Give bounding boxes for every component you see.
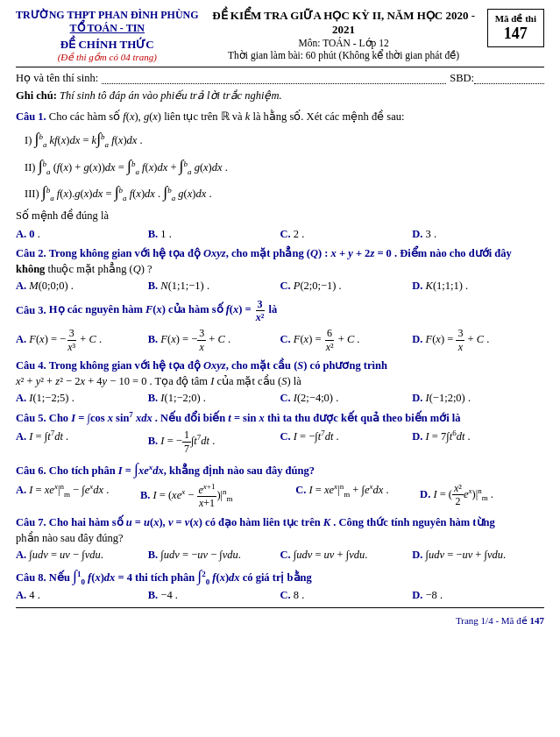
q2-ans-C: C. P(2;0;−1) . bbox=[280, 280, 413, 293]
header-left: TRƯỜNG THPT PHAN ĐÌNH PHÙNG TỔ TOÁN - TI… bbox=[16, 9, 199, 63]
q7-ans-B: B. ∫udv = −uv − ∫vdu. bbox=[148, 549, 280, 562]
exam-title: ĐỀ KIỂM TRA GIỮA HỌC KỲ II, NĂM HỌC 2020… bbox=[208, 9, 480, 37]
ho-ten-dots bbox=[102, 72, 446, 84]
page-footer: Trang 1/4 - Mã đề 147 bbox=[16, 615, 544, 627]
ma-de-num: 147 bbox=[495, 25, 536, 43]
q1-answers: A. 0 . B. 1 . C. 2 . D. 3 . bbox=[16, 228, 544, 241]
q6-ans-A: A. I = xex|nm − ∫exdx . bbox=[16, 482, 140, 510]
q1-item-II: II) ∫ba (f(x) + g(x))dx = ∫ba f(x)dx + ∫… bbox=[25, 152, 544, 180]
q2-answers: A. M(0;0;0) . B. N(1;1;−1) . C. P(2;0;−1… bbox=[16, 280, 544, 293]
question-4: Câu 4. Trong không gian với hệ tọa độ Ox… bbox=[16, 358, 544, 405]
q5-answers: A. I = ∫t7dt . B. I = −17∫t7dt . C. I = … bbox=[16, 429, 544, 455]
q1-ans-A: A. 0 . bbox=[16, 228, 148, 241]
de-chinh-thuc: ĐỀ CHÍNH THỨC bbox=[16, 38, 199, 52]
q5-title: Câu 5. Cho I = ∫cos x sin7 xdx . Nếu đổi… bbox=[16, 410, 544, 425]
q3-ans-C: C. F(x) = 6x² + C . bbox=[280, 327, 413, 353]
q4-ans-D: D. I(−1;2;0) . bbox=[412, 392, 544, 405]
q4-answers: A. I(1;−2;5) . B. I(1;−2;0) . C. I(2;−4;… bbox=[16, 392, 544, 405]
q6-ans-B: B. I = (xex − ex+1x+1)|nm bbox=[140, 482, 295, 510]
ghi-chu-text: Thí sinh tô đáp án vào phiếu trả lời trắ… bbox=[57, 89, 282, 102]
q1-so-menh-de: Số mệnh đề đúng là bbox=[16, 208, 544, 224]
q4-ans-A: A. I(1;−2;5) . bbox=[16, 392, 148, 405]
school-name: TRƯỜNG THPT PHAN ĐÌNH PHÙNG bbox=[16, 9, 199, 22]
ma-de-box: Mã đề thi 147 bbox=[487, 9, 544, 47]
q1-title: Câu 1. Cho các hàm số f(x), g(x) liên tụ… bbox=[16, 110, 544, 124]
q6-title: Câu 6. Cho tích phân I = ∫xexdx, khẳng đ… bbox=[16, 460, 544, 478]
to-name: TỔ TOÁN - TIN bbox=[16, 22, 199, 35]
q8-ans-D: D. −8 . bbox=[412, 589, 544, 602]
ho-ten-line: Họ và tên thí sinh: SBD: bbox=[16, 71, 544, 85]
q3-ans-D: D. F(x) = 3x + C . bbox=[412, 327, 544, 353]
ma-de-label: Mã đề thi bbox=[495, 13, 536, 25]
q5-ans-C: C. I = −∫t7dt . bbox=[280, 429, 413, 455]
question-2: Câu 2. Trong không gian với hệ tọa độ Ox… bbox=[16, 246, 544, 293]
q7-ans-A: A. ∫udv = uv − ∫vdu. bbox=[16, 549, 148, 562]
sbd-label: SBD: bbox=[450, 72, 474, 85]
q2-ans-B: B. N(1;1;−1) . bbox=[148, 280, 280, 293]
subject: Môn: TOÁN - Lớp 12 bbox=[208, 37, 480, 49]
question-6: Câu 6. Cho tích phân I = ∫xexdx, khẳng đ… bbox=[16, 460, 544, 510]
q6-answers: A. I = xex|nm − ∫exdx . B. I = (xex − ex… bbox=[16, 482, 544, 510]
q6-ans-D: D. I = (x²2ex)|nm . bbox=[420, 482, 544, 510]
q1-item-III: III) ∫ba f(x).g(x)dx = ∫ba f(x)dx . ∫ba … bbox=[25, 179, 544, 206]
q8-answers: A. 4 . B. −4 . C. 8 . D. −8 . bbox=[16, 589, 544, 602]
question-1: Câu 1. Cho các hàm số f(x), g(x) liên tụ… bbox=[16, 110, 544, 241]
de-note: (Đề thi gồm có 04 trang) bbox=[16, 52, 199, 63]
q3-title: Câu 3. Họ các nguyên hàm F(x) của hàm số… bbox=[16, 298, 544, 324]
q2-title: Câu 2. Trong không gian với hệ tọa độ Ox… bbox=[16, 246, 544, 260]
q4-body: x² + y² + z² − 2x + 4y − 10 = 0 . Tọa độ… bbox=[16, 374, 544, 388]
q3-answers: A. F(x) = −3x³ + C . B. F(x) = −3x + C .… bbox=[16, 327, 544, 353]
q5-ans-B: B. I = −17∫t7dt . bbox=[148, 429, 280, 455]
question-5: Câu 5. Cho I = ∫cos x sin7 xdx . Nếu đổi… bbox=[16, 410, 544, 455]
header-center: ĐỀ KIỂM TRA GIỮA HỌC KỲ II, NĂM HỌC 2020… bbox=[199, 9, 480, 61]
q1-body: I) ∫ba kf(x)dx = k∫ba f(x)dx . II) ∫ba (… bbox=[16, 125, 544, 224]
sbd-dots bbox=[474, 72, 544, 84]
q4-ans-B: B. I(1;−2;0) . bbox=[148, 392, 280, 405]
q5-ans-D: D. I = 7∫t6dt . bbox=[412, 429, 544, 455]
footer-num: 147 bbox=[530, 615, 545, 626]
q2-ans-D: D. K(1;1;1) . bbox=[412, 280, 544, 293]
q8-ans-B: B. −4 . bbox=[148, 589, 280, 602]
q7-answers: A. ∫udv = uv − ∫vdu. B. ∫udv = −uv − ∫vd… bbox=[16, 549, 544, 562]
q6-ans-C: C. I = xex|nm + ∫exdx . bbox=[295, 482, 420, 510]
q7-ans-C: C. ∫udv = uv + ∫vdu. bbox=[280, 549, 413, 562]
q3-ans-B: B. F(x) = −3x + C . bbox=[148, 327, 280, 353]
ho-ten-label: Họ và tên thí sinh: bbox=[16, 71, 98, 85]
footer-text: Trang 1/4 - Mã đề bbox=[456, 615, 528, 626]
time: Thời gian làm bài: 60 phút (Không kể thờ… bbox=[208, 49, 480, 61]
footer-divider bbox=[16, 607, 544, 608]
divider bbox=[16, 67, 544, 67]
q8-title: Câu 8. Nếu ∫10 f(x)dx = 4 thi tích phân … bbox=[16, 567, 544, 586]
q3-ans-A: A. F(x) = −3x³ + C . bbox=[16, 327, 148, 353]
q1-ans-C: C. 2 . bbox=[280, 228, 413, 241]
ghi-chu: Ghi chú: Thí sinh tô đáp án vào phiếu tr… bbox=[16, 89, 544, 103]
q8-ans-A: A. 4 . bbox=[16, 589, 148, 602]
q7-body: phần nào sau đây đúng? bbox=[16, 531, 544, 545]
q7-title: Câu 7. Cho hai hàm số u = u(x), v = v(x)… bbox=[16, 515, 544, 529]
q1-ans-B: B. 1 . bbox=[148, 228, 280, 241]
header: TRƯỜNG THPT PHAN ĐÌNH PHÙNG TỔ TOÁN - TI… bbox=[16, 9, 544, 63]
q8-ans-C: C. 8 . bbox=[280, 589, 413, 602]
q5-ans-A: A. I = ∫t7dt . bbox=[16, 429, 148, 455]
q2-ans-A: A. M(0;0;0) . bbox=[16, 280, 148, 293]
q2-body: không thuộc mặt phẳng (Q) ? bbox=[16, 262, 544, 276]
q1-item-I: I) ∫ba kf(x)dx = k∫ba f(x)dx . bbox=[25, 125, 544, 152]
q4-title: Câu 4. Trong không gian với hệ tọa độ Ox… bbox=[16, 358, 544, 372]
q4-ans-C: C. I(2;−4;0) . bbox=[280, 392, 413, 405]
q7-ans-D: D. ∫udv = −uv + ∫vdu. bbox=[412, 549, 544, 562]
q1-ans-D: D. 3 . bbox=[412, 228, 544, 241]
ghi-chu-bold: Ghi chú: bbox=[16, 89, 57, 102]
question-8: Câu 8. Nếu ∫10 f(x)dx = 4 thi tích phân … bbox=[16, 567, 544, 603]
question-7: Câu 7. Cho hai hàm số u = u(x), v = v(x)… bbox=[16, 515, 544, 562]
question-3: Câu 3. Họ các nguyên hàm F(x) của hàm số… bbox=[16, 298, 544, 354]
